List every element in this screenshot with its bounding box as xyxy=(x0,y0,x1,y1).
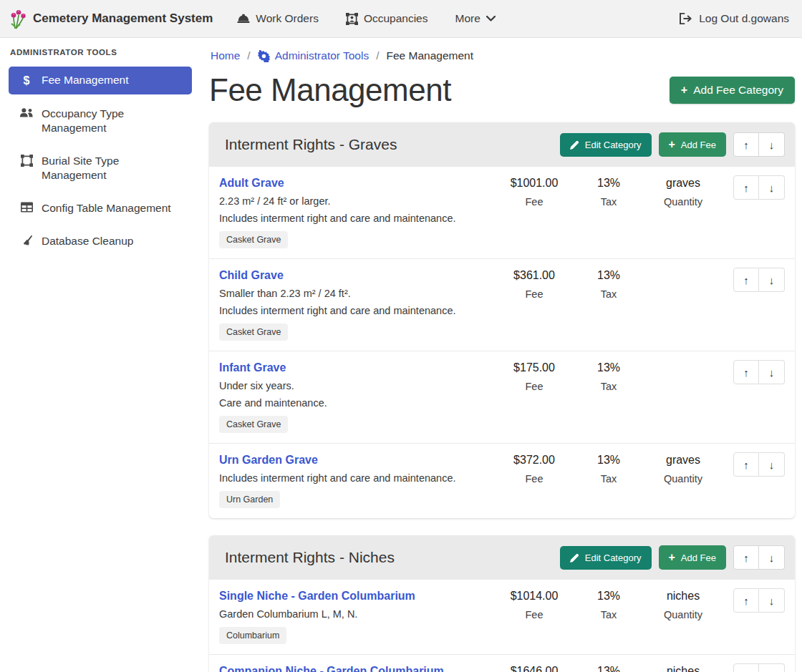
vector-square-icon xyxy=(19,155,34,167)
brand[interactable]: Cemetery Management System xyxy=(9,8,213,29)
fee-category-card: Interment Rights - Niches Edit Category … xyxy=(209,535,795,672)
move-fee-down-button[interactable]: ↓ xyxy=(759,588,785,613)
fee-amount-label: Fee xyxy=(497,288,571,300)
fee-quantity-value: graves xyxy=(646,454,720,467)
move-fee-up-button[interactable]: ↑ xyxy=(733,268,759,292)
dollar-icon: $ xyxy=(19,74,34,88)
fee-type-badge: Casket Grave xyxy=(219,323,288,341)
breadcrumb-separator: / xyxy=(247,49,250,62)
fee-row: Single Niche - Garden Columbarium Garden… xyxy=(209,580,795,655)
fee-category-card: Interment Rights - Graves Edit Category … xyxy=(209,122,795,518)
add-fee-category-button[interactable]: + Add Fee Category xyxy=(670,77,795,104)
move-fee-up-button[interactable]: ↑ xyxy=(733,360,759,384)
fee-description-1: Garden Columbarium L, M, N. xyxy=(219,608,497,620)
chevron-down-icon xyxy=(486,16,496,21)
fee-name-link[interactable]: Child Grave xyxy=(219,269,284,282)
fee-tax-value: 13% xyxy=(571,454,646,467)
fee-quantity-value: niches xyxy=(646,665,720,672)
fee-type-badge: Casket Grave xyxy=(219,231,288,248)
users-icon xyxy=(19,107,34,118)
hard-hat-icon xyxy=(237,13,250,24)
fee-quantity-column: graves Quantity xyxy=(646,175,720,248)
sidebar-item-label: Fee Management xyxy=(42,73,129,87)
logout-button[interactable]: Log Out d.gowans xyxy=(680,12,789,25)
fee-amount-value: $1001.00 xyxy=(497,177,571,190)
sidebar-item-burial-site-type-management[interactable]: Burial Site Type Management xyxy=(9,147,192,189)
sidebar-item-occupancy-type-management[interactable]: Occupancy Type Management xyxy=(9,100,192,142)
breadcrumb-admin-tools-link[interactable]: Administrator Tools xyxy=(258,49,369,62)
move-category-down-button[interactable]: ↓ xyxy=(759,545,785,570)
fee-row: Adult Grave 2.23 m² / 24 ft² or larger. … xyxy=(209,167,795,259)
fee-name-link[interactable]: Infant Grave xyxy=(219,361,286,374)
category-title: Interment Rights - Niches xyxy=(225,549,395,566)
category-title: Interment Rights - Graves xyxy=(225,136,397,153)
occupant-frame-icon xyxy=(346,13,358,25)
fee-tax-column: 13% Tax xyxy=(571,175,646,248)
fee-description-1: Under six years. xyxy=(219,380,497,391)
top-navbar: Cemetery Management System Work Orders xyxy=(0,0,802,38)
nav-occupancies-label: Occupancies xyxy=(364,12,428,25)
fee-name-link[interactable]: Companion Niche - Garden Columbarium xyxy=(219,665,444,672)
edit-category-label: Edit Category xyxy=(585,552,642,563)
fee-tax-column: 13% Tax xyxy=(571,663,646,672)
main-content: Home / Administrator Tools / Fee Managem… xyxy=(200,38,802,672)
fee-name-link[interactable]: Single Niche - Garden Columbarium xyxy=(219,590,415,603)
move-category-down-button[interactable]: ↓ xyxy=(759,132,785,157)
move-fee-up-button[interactable]: ↑ xyxy=(733,452,759,477)
fee-tax-label: Tax xyxy=(571,473,646,484)
nav-more[interactable]: More xyxy=(455,12,496,25)
fee-amount-label: Fee xyxy=(497,473,571,484)
move-category-up-button[interactable]: ↑ xyxy=(733,132,759,157)
move-fee-up-button[interactable]: ↑ xyxy=(733,175,759,200)
gear-icon xyxy=(258,50,270,62)
fee-quantity-label: Quantity xyxy=(646,196,720,208)
move-fee-down-button[interactable]: ↓ xyxy=(759,360,785,384)
fee-type-badge: Columbarium xyxy=(219,627,286,644)
sidebar-item-config-table-management[interactable]: Config Table Management xyxy=(9,195,192,222)
move-fee-down-button[interactable]: ↓ xyxy=(759,452,785,477)
add-fee-button[interactable]: + Add Fee xyxy=(659,545,727,570)
fee-description-2: Care and maintenance. xyxy=(219,397,497,409)
fee-name-link[interactable]: Urn Garden Grave xyxy=(219,454,318,467)
page-title: Fee Management xyxy=(209,72,451,108)
fee-quantity-value: graves xyxy=(646,177,720,190)
edit-category-button[interactable]: Edit Category xyxy=(560,546,652,570)
fee-amount-label: Fee xyxy=(497,381,571,392)
edit-category-button[interactable]: Edit Category xyxy=(560,133,652,157)
logout-label: Log Out d.gowans xyxy=(699,12,789,25)
sidebar-item-fee-management[interactable]: $ Fee Management xyxy=(9,67,192,94)
fee-tax-label: Tax xyxy=(571,381,646,392)
fee-type-badge: Casket Grave xyxy=(219,416,288,433)
fee-row: Infant Grave Under six years. Care and m… xyxy=(209,351,795,444)
move-fee-down-button[interactable]: ↓ xyxy=(759,663,785,672)
sidebar-item-database-cleanup[interactable]: Database Cleanup xyxy=(9,228,192,255)
fee-name-link[interactable]: Adult Grave xyxy=(219,177,284,190)
edit-category-label: Edit Category xyxy=(585,140,642,150)
move-fee-down-button[interactable]: ↓ xyxy=(759,175,785,200)
sidebar: ADMINISTRATOR TOOLS $ Fee Management Occ… xyxy=(0,38,200,672)
fee-tax-label: Tax xyxy=(571,609,646,620)
fee-quantity-column: niches Quantity xyxy=(646,663,720,672)
category-header: Interment Rights - Graves Edit Category … xyxy=(209,122,795,167)
sign-out-icon xyxy=(680,13,692,24)
move-category-up-button[interactable]: ↑ xyxy=(733,545,759,570)
move-fee-up-button[interactable]: ↑ xyxy=(733,663,759,672)
fee-row: Urn Garden Grave Includes interment righ… xyxy=(209,444,795,518)
breadcrumb: Home / Administrator Tools / Fee Managem… xyxy=(209,47,795,62)
fee-amount-column: $1001.00 Fee xyxy=(497,175,571,248)
breadcrumb-home-link[interactable]: Home xyxy=(211,49,240,62)
nav-work-orders[interactable]: Work Orders xyxy=(237,12,319,25)
add-fee-category-label: Add Fee Category xyxy=(693,84,783,97)
fee-tax-column: 13% Tax xyxy=(571,360,646,433)
nav-occupancies[interactable]: Occupancies xyxy=(346,12,428,25)
breadcrumb-admin-tools-label: Administrator Tools xyxy=(275,49,369,62)
add-fee-button[interactable]: + Add Fee xyxy=(659,132,727,157)
fee-amount-label: Fee xyxy=(497,196,571,208)
move-fee-up-button[interactable]: ↑ xyxy=(733,588,759,613)
fee-tax-label: Tax xyxy=(571,288,646,300)
category-fees: Single Niche - Garden Columbarium Garden… xyxy=(209,580,795,672)
move-fee-down-button[interactable]: ↓ xyxy=(759,268,785,292)
pencil-icon xyxy=(570,140,579,150)
fee-tax-value: 13% xyxy=(571,177,646,190)
fee-amount-value: $361.00 xyxy=(497,269,571,282)
